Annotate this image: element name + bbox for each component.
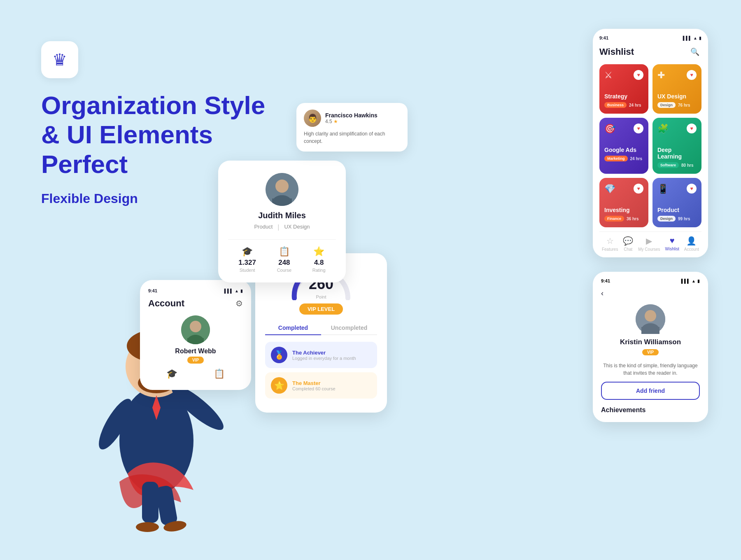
detail-status-icons: ▌▌▌ ▲ ▮ <box>681 279 700 283</box>
strategy-icon: ⚔ <box>604 70 613 81</box>
svg-rect-24 <box>272 198 292 206</box>
dl-meta: Software 80 hrs <box>657 162 697 168</box>
ux-name: UX Design <box>657 93 697 100</box>
account-user-avatar <box>181 315 210 344</box>
course-icon-area-google: 🎯 ♥ <box>604 124 643 134</box>
google-icon: 🎯 <box>604 124 615 134</box>
wishlist-time: 9:41 <box>599 35 608 40</box>
nav-wishlist[interactable]: ♥ Wishlist <box>665 236 679 252</box>
course-card-investing[interactable]: 💎 ♥ Investing Finance 36 hrs <box>599 178 648 227</box>
stat-student: 🎓 1.327 Student <box>238 246 256 273</box>
course-icon-area-ux: ✚ ♥ <box>657 70 697 81</box>
acc-courses-icon: 🎓 <box>166 369 177 379</box>
heart-icon-inv[interactable]: ♥ <box>634 184 643 194</box>
dl-hours: 80 hrs <box>681 163 693 168</box>
dl-badge: Software <box>657 162 679 168</box>
nav-account-label: Account <box>684 247 699 252</box>
vip-badge: VIP <box>187 357 204 364</box>
signal-icon: ▌▌▌ <box>224 289 233 293</box>
achievements-section-title: Achievements <box>601 406 700 414</box>
google-meta: Marketing 24 hrs <box>604 156 643 161</box>
course-card-deeplearning[interactable]: 🧩 ♥ Deep Learning Software 80 hrs <box>652 118 701 174</box>
prod-badge: Design <box>657 216 676 222</box>
inv-name: Investing <box>604 207 643 213</box>
search-button[interactable]: 🔍 <box>688 45 701 58</box>
logo-box: ♛ <box>41 41 78 78</box>
rating-icon: ⭐ <box>312 246 326 257</box>
master-icon: ⭐ <box>271 377 287 394</box>
heart-icon-ux[interactable]: ♥ <box>687 70 697 80</box>
back-button[interactable]: ‹ <box>601 289 700 298</box>
detail-wifi-icon: ▲ <box>692 279 696 283</box>
account-card: 9:41 ▌▌▌ ▲ ▮ Account ⚙ Robert Webb VIP 🎓… <box>140 280 251 390</box>
course-card-googleads[interactable]: 🎯 ♥ Google Ads Marketing 24 hrs <box>599 118 648 174</box>
bottom-nav: ☆ Features 💬 Chat ▶ My Courses ♥ Wishlis… <box>599 231 701 257</box>
detail-time: 9:41 <box>601 278 610 283</box>
wishlist-status-bar: 9:41 ▌▌▌ ▲ ▮ <box>599 35 701 40</box>
prod-icon: 📱 <box>657 184 669 194</box>
nav-mycourses[interactable]: ▶ My Courses <box>638 236 660 252</box>
nav-mycourses-label: My Courses <box>638 247 660 252</box>
course-icon-area-prod: 📱 ♥ <box>657 184 697 194</box>
strategy-hours: 24 hrs <box>629 103 641 107</box>
svg-point-22 <box>275 180 289 193</box>
stat-rating-label: Rating <box>312 268 326 273</box>
heart-icon-google[interactable]: ♥ <box>634 124 643 133</box>
testimonial-avatar: 👨 <box>304 110 321 127</box>
dl-name: Deep Learning <box>657 147 697 160</box>
tab-uncompleted[interactable]: Uncompleted <box>321 321 377 334</box>
nav-chat[interactable]: 💬 Chat <box>623 236 633 252</box>
wishlist-signal-icon: ▌▌▌ <box>683 36 692 40</box>
course-card-strategy[interactable]: ⚔ ♥ Strategy Business 24 hrs <box>599 64 648 114</box>
nav-chat-label: Chat <box>624 247 632 252</box>
strategy-name: Strategy <box>604 93 643 100</box>
wishlist-phone: 9:41 ▌▌▌ ▲ ▮ Wishlist 🔍 ⚔ ♥ Strategy Bus… <box>593 29 708 257</box>
nav-account[interactable]: 👤 Account <box>684 236 699 252</box>
testimonial-user: 👨 Francisco Hawkins 4.5 ★ <box>304 110 400 127</box>
stat-student-value: 1.327 <box>238 259 256 267</box>
account-icon: 👤 <box>686 236 697 246</box>
account-title: Account <box>148 298 184 309</box>
stat-course-value: 248 <box>277 259 291 267</box>
wishlist-header: Wishlist 🔍 <box>599 45 701 58</box>
heart-icon-strategy[interactable]: ♥ <box>634 70 643 80</box>
profile-detail-phone: 9:41 ▌▌▌ ▲ ▮ ‹ Kristin Williamson VIP Th… <box>593 272 708 422</box>
mycourses-icon: ▶ <box>646 236 652 246</box>
account-user-name: Robert Webb <box>148 348 243 355</box>
detail-vip-badge: VIP <box>642 349 659 355</box>
wishlist-battery-icon: ▮ <box>699 36 701 40</box>
ux-hours: 76 hrs <box>678 103 690 107</box>
course-icon-area-dl: 🧩 ♥ <box>657 124 697 134</box>
nav-features-label: Features <box>602 247 618 252</box>
stat-rating-value: 4.8 <box>312 259 326 267</box>
tab-completed[interactable]: Completed <box>265 321 321 335</box>
profile-stats: 🎓 1.327 Student 📋 248 Course ⭐ 4.8 Ratin… <box>228 239 336 273</box>
heart-icon-prod[interactable]: ♥ <box>687 184 697 194</box>
star-icon: ★ <box>333 119 338 124</box>
testimonial-rating: 4.5 ★ <box>325 119 377 124</box>
wishlist-status-icons: ▌▌▌ ▲ ▮ <box>683 36 701 40</box>
account-avatar-section: Robert Webb VIP <box>148 315 243 364</box>
course-card-uxdesign[interactable]: ✚ ♥ UX Design Design 76 hrs <box>652 64 701 114</box>
detail-signal-icon: ▌▌▌ <box>681 279 690 283</box>
stat-student-label: Student <box>238 268 256 273</box>
settings-icon[interactable]: ⚙ <box>235 299 243 308</box>
profile-name: Judith Miles <box>228 211 336 220</box>
battery-icon: ▮ <box>240 289 243 293</box>
course-card-product[interactable]: 📱 ♥ Product Design 99 hrs <box>652 178 701 227</box>
heart-icon-dl[interactable]: ♥ <box>687 124 697 133</box>
nav-wishlist-label: Wishlist <box>665 247 679 251</box>
add-friend-button[interactable]: Add friend <box>601 382 700 400</box>
nav-features[interactable]: ☆ Features <box>602 236 618 252</box>
strategy-badge: Business <box>604 102 627 108</box>
prod-meta: Design 99 hrs <box>657 216 697 222</box>
achievement-item-master: ⭐ The Master Completed 60 course <box>265 372 377 399</box>
detail-battery-icon: ▮ <box>697 279 700 283</box>
testimonial-name: Francisco Hawkins <box>325 112 377 119</box>
achievement-tabs[interactable]: Completed Uncompleted <box>265 321 377 335</box>
testimonial-text: High clarity and simplification of each … <box>304 130 400 145</box>
profile-avatar <box>266 173 298 206</box>
prod-hours: 99 hrs <box>678 217 690 221</box>
wishlist-icon: ♥ <box>670 236 675 245</box>
inv-badge: Finance <box>604 216 624 222</box>
